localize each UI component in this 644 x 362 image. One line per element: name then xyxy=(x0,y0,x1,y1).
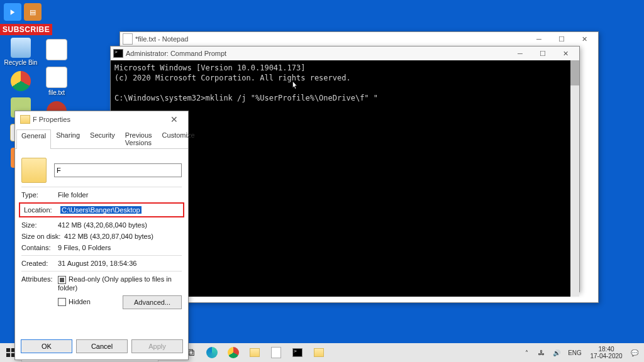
cancel-button[interactable]: Cancel xyxy=(76,339,128,353)
desktop-icon-chrome[interactable] xyxy=(3,71,38,92)
cmd-scrollbar[interactable] xyxy=(570,60,579,297)
overlay-logo: ▤ xyxy=(4,3,42,21)
size-on-disk-label: Size on disk: xyxy=(21,233,64,240)
channel-icon: ▤ xyxy=(24,3,42,21)
hidden-checkbox-row[interactable]: Hidden xyxy=(58,298,91,307)
close-button[interactable]: ✕ xyxy=(554,47,577,60)
chrome-icon[interactable] xyxy=(223,343,244,362)
properties-body: Type:File folder Location:C:\Users\Bange… xyxy=(15,149,188,318)
location-highlight: Location:C:\Users\Banger\Desktop xyxy=(19,202,184,217)
tab-customize[interactable]: Customize xyxy=(157,129,200,148)
properties-titlebar[interactable]: F Properties ✕ xyxy=(15,111,188,128)
tab-sharing[interactable]: Sharing xyxy=(51,129,85,148)
cmd-taskbar-icon[interactable] xyxy=(287,343,308,362)
system-tray: ˄ 🖧 🔊 ENG 18:40 17-04-2020 💬 xyxy=(521,343,644,362)
hidden-label: Hidden xyxy=(69,298,91,305)
network-icon[interactable]: 🖧 xyxy=(536,343,547,362)
time-text: 18:40 xyxy=(598,346,614,353)
cmd-title: Administrator: Command Prompt xyxy=(126,50,226,57)
advanced-button[interactable]: Advanced... xyxy=(123,295,182,309)
cmd-icon xyxy=(113,49,123,58)
readonly-checkbox[interactable] xyxy=(58,276,66,284)
cmd-line: C:\Windows\system32>mklink /j "%UserProf… xyxy=(114,94,378,102)
apply-button[interactable]: Apply xyxy=(131,339,183,353)
contains-label: Contains: xyxy=(21,244,58,251)
location-value[interactable]: C:\Users\Banger\Desktop xyxy=(60,206,142,214)
minimize-button[interactable]: ─ xyxy=(509,47,531,60)
properties-button-bar: OK Cancel Apply xyxy=(15,337,188,356)
properties-title: F Properties xyxy=(33,116,70,123)
size-on-disk-value: 412 MB (43,20,87,040 bytes) xyxy=(64,233,182,240)
minimize-button[interactable]: ─ xyxy=(528,33,550,45)
edge-icon[interactable] xyxy=(201,343,223,362)
properties-tabs: General Sharing Security Previous Versio… xyxy=(15,128,188,149)
svg-rect-0 xyxy=(6,348,10,352)
desktop-icon-doc[interactable] xyxy=(39,39,74,62)
readonly-label: Read-only (Only applies to files in fold… xyxy=(58,275,172,292)
scrollbar-thumb[interactable] xyxy=(570,60,579,85)
type-value: File folder xyxy=(58,191,182,199)
language-indicator[interactable]: ENG xyxy=(566,343,584,362)
folder-large-icon xyxy=(21,158,47,183)
hidden-checkbox[interactable] xyxy=(58,298,66,306)
tab-security[interactable]: Security xyxy=(85,129,120,148)
maximize-button[interactable]: ☐ xyxy=(531,47,554,60)
clock[interactable]: 18:40 17-04-2020 xyxy=(587,346,625,359)
cmd-line: (c) 2020 Microsoft Corporation. All righ… xyxy=(114,74,351,82)
notifications-icon[interactable]: 💬 xyxy=(629,343,640,362)
created-label: Created: xyxy=(21,260,58,267)
notepad-icon xyxy=(123,33,133,45)
maximize-button[interactable]: ☐ xyxy=(550,33,573,45)
notepad-taskbar-icon[interactable] xyxy=(265,343,287,362)
ok-button[interactable]: OK xyxy=(21,339,72,353)
notepad-title: *file.txt - Notepad xyxy=(135,35,188,43)
tab-general[interactable]: General xyxy=(16,129,51,149)
tab-previous-versions[interactable]: Previous Versions xyxy=(120,129,157,148)
close-button[interactable]: ✕ xyxy=(573,33,596,45)
explorer-icon[interactable] xyxy=(244,343,265,362)
size-label: Size: xyxy=(21,221,58,229)
folder-name-input[interactable] xyxy=(54,163,182,177)
cmd-line: Microsoft Windows [Version 10.0.19041.17… xyxy=(114,63,305,72)
desktop[interactable]: ▤ SUBSCRIBE Recycle Bin file.txt *file.t… xyxy=(0,0,644,343)
icon-label: Recycle Bin xyxy=(4,59,38,66)
subscribe-banner: SUBSCRIBE xyxy=(0,24,52,35)
folder2-icon[interactable] xyxy=(308,343,330,362)
icon-label: file.txt xyxy=(48,89,65,96)
properties-dialog[interactable]: F Properties ✕ General Sharing Security … xyxy=(14,111,189,360)
desktop-icon-file-txt[interactable]: file.txt xyxy=(39,67,74,96)
folder-icon xyxy=(20,115,30,124)
notepad-titlebar[interactable]: *file.txt - Notepad ─ ☐ ✕ xyxy=(120,32,598,46)
volume-icon[interactable]: 🔊 xyxy=(551,343,562,362)
size-value: 412 MB (43,20,68,040 bytes) xyxy=(58,221,182,229)
created-value: 31 August 2019, 18:54:36 xyxy=(58,260,182,267)
desktop-icon-recycle-bin[interactable]: Recycle Bin xyxy=(3,38,38,66)
type-label: Type: xyxy=(21,191,58,199)
date-text: 17-04-2020 xyxy=(590,353,622,359)
tray-chevron-icon[interactable]: ˄ xyxy=(521,343,532,362)
location-label: Location: xyxy=(24,206,60,214)
attributes-label: Attributes: xyxy=(21,275,58,283)
readonly-checkbox-row[interactable]: Read-only (Only applies to files in fold… xyxy=(58,275,182,292)
play-icon xyxy=(4,3,21,21)
cmd-titlebar[interactable]: Administrator: Command Prompt ─ ☐ ✕ xyxy=(111,47,579,60)
contains-value: 9 Files, 0 Folders xyxy=(58,244,182,251)
svg-rect-2 xyxy=(6,353,10,357)
close-button[interactable]: ✕ xyxy=(163,113,186,126)
